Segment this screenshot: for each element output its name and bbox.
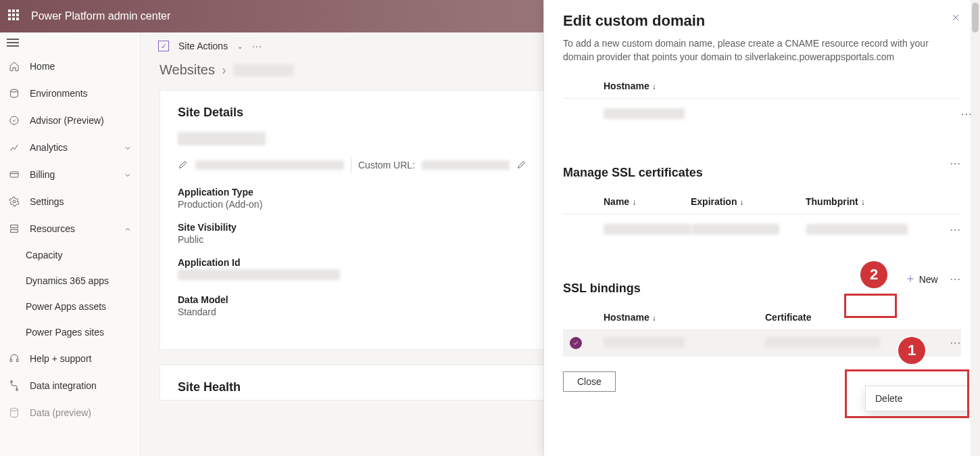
- field-label: Application Type: [178, 187, 560, 198]
- plus-icon: [906, 274, 915, 286]
- divider: [351, 157, 351, 173]
- ssl-table-header: Name↓ Expiration↓ Thumbprint↓: [563, 180, 961, 214]
- left-nav: Home Environments Advisor (Preview) Anal…: [0, 32, 141, 456]
- binding-cert-redacted: [765, 337, 880, 348]
- gear-icon: [8, 196, 20, 208]
- nav-billing[interactable]: Billing: [0, 161, 140, 188]
- nav-power-apps-assets[interactable]: Power Apps assets: [0, 294, 140, 319]
- app-title: Power Platform admin center: [31, 10, 170, 22]
- site-url-redacted: [195, 160, 344, 170]
- nav-label: Help + support: [30, 353, 132, 364]
- nav-label: Billing: [30, 169, 114, 180]
- nav-data-preview[interactable]: Data (preview): [0, 399, 140, 426]
- nav-label: Advisor (Preview): [30, 115, 132, 126]
- breadcrumb-root[interactable]: Websites: [160, 62, 215, 78]
- nav-label: Resources: [30, 223, 114, 234]
- svg-rect-6: [10, 359, 12, 362]
- ssl-bindings-title: SSL bindings: [563, 281, 641, 296]
- nav-resources[interactable]: Resources: [0, 215, 140, 242]
- toolbar-overflow-button[interactable]: ···: [252, 41, 262, 51]
- headset-icon: [8, 352, 20, 365]
- scrollbar[interactable]: [971, 0, 980, 456]
- panel-description: To add a new custom domain name, please …: [563, 37, 961, 64]
- nav-label: Home: [30, 61, 132, 72]
- thumbprint-column[interactable]: Thumbprint: [806, 196, 858, 207]
- row-overflow-button[interactable]: ···: [826, 108, 961, 120]
- data-integration-icon: [8, 380, 20, 392]
- svg-rect-5: [11, 229, 18, 232]
- nav-data-integration[interactable]: Data integration: [0, 372, 140, 399]
- svg-rect-7: [16, 359, 18, 362]
- bindings-overflow[interactable]: ···: [950, 273, 961, 286]
- annotation-badge-1: 1: [898, 337, 925, 364]
- close-panel-button[interactable]: [950, 12, 961, 25]
- cert-thumb-redacted: [806, 224, 908, 235]
- nav-power-pages-sites[interactable]: Power Pages sites: [0, 319, 140, 345]
- custom-url-label: Custom URL:: [358, 160, 415, 170]
- svg-rect-2: [10, 172, 18, 177]
- hostname-row[interactable]: ···: [563, 99, 961, 131]
- breadcrumb-current: [233, 64, 294, 76]
- chevron-down-icon: [124, 143, 132, 152]
- field-value: Public: [178, 234, 560, 245]
- new-label: New: [919, 274, 938, 285]
- annotation-badge-2: 2: [860, 261, 887, 288]
- new-ssl-binding-button[interactable]: New: [900, 273, 944, 287]
- chevron-up-icon: [124, 225, 132, 233]
- nav-help-support[interactable]: Help + support: [0, 345, 140, 372]
- field-value: Standard: [178, 306, 560, 317]
- nav-home[interactable]: Home: [0, 53, 140, 80]
- field-label: Site Visibility: [178, 222, 560, 233]
- nav-advisor[interactable]: Advisor (Preview): [0, 107, 140, 134]
- site-actions-button[interactable]: Site Actions: [178, 41, 228, 51]
- hostname-redacted: [604, 108, 685, 119]
- pencil-icon[interactable]: [516, 159, 527, 172]
- custom-url-redacted: [422, 160, 510, 170]
- advisor-icon: [8, 114, 20, 127]
- nav-settings[interactable]: Settings: [0, 188, 140, 215]
- nav-environments[interactable]: Environments: [0, 80, 140, 107]
- nav-label: Data integration: [30, 380, 132, 391]
- field-label: Data Model: [178, 294, 560, 305]
- hamburger-button[interactable]: [0, 32, 140, 53]
- nav-capacity[interactable]: Capacity: [0, 242, 140, 268]
- nav-d365-apps[interactable]: Dynamics 365 apps: [0, 268, 140, 294]
- nav-label: Analytics: [30, 142, 114, 153]
- pencil-icon[interactable]: [178, 159, 189, 172]
- annotation-box-2: [844, 294, 897, 318]
- nav-label: Data (preview): [30, 407, 132, 418]
- sort-arrow-icon: ↓: [739, 198, 743, 207]
- svg-point-3: [13, 200, 16, 203]
- billing-icon: [8, 168, 20, 181]
- bindings-table-header: Hostname↓ Certificate: [563, 296, 961, 330]
- cert-name-redacted: [604, 224, 691, 235]
- chevron-down-icon: [124, 170, 132, 179]
- sort-arrow-icon: ↓: [652, 82, 656, 91]
- certificate-column[interactable]: Certificate: [765, 312, 811, 323]
- svg-point-0: [11, 89, 18, 92]
- nav-analytics[interactable]: Analytics: [0, 134, 140, 161]
- hostname-table-header: Hostname↓: [563, 64, 961, 99]
- name-column[interactable]: Name: [604, 196, 629, 207]
- cert-exp-redacted: [691, 224, 779, 235]
- row-overflow-button[interactable]: ···: [921, 337, 961, 349]
- resources-icon: [8, 223, 20, 235]
- site-name-redacted: [178, 132, 266, 145]
- environments-icon: [8, 87, 20, 99]
- breadcrumb-separator: ›: [222, 62, 226, 78]
- annotation-box-1: [845, 369, 969, 418]
- waffle-icon[interactable]: [8, 9, 22, 23]
- row-overflow-button[interactable]: ···: [921, 224, 961, 236]
- ssl-section-overflow[interactable]: ···: [950, 158, 961, 170]
- svg-point-10: [11, 408, 18, 411]
- hostname-column[interactable]: Hostname: [604, 312, 650, 323]
- field-label: Application Id: [178, 257, 560, 268]
- ssl-cert-row[interactable]: ···: [563, 214, 961, 246]
- hostname-column[interactable]: Hostname: [604, 81, 650, 91]
- selected-check-icon: [570, 337, 582, 349]
- expiration-column[interactable]: Expiration: [691, 196, 737, 207]
- manage-ssl-title: Manage SSL certificates: [563, 166, 703, 180]
- card-title: Site Details: [178, 106, 243, 120]
- close-button[interactable]: Close: [563, 371, 616, 392]
- site-actions-check-icon: ✓: [158, 41, 169, 51]
